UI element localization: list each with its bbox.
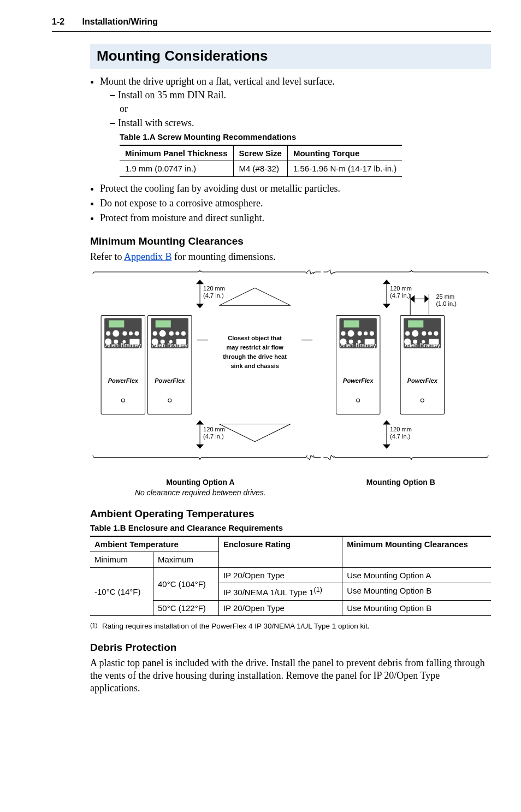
- t1a-h2: Screw Size: [233, 145, 287, 161]
- svg-text:Allen-Bradley: Allen-Bradley: [404, 342, 440, 348]
- subbullet-din: Install on 35 mm DIN Rail.: [110, 89, 491, 102]
- up-arrow-icon: [196, 420, 204, 424]
- svg-point-7: [122, 331, 127, 336]
- svg-text:Allen-Bradley: Allen-Bradley: [340, 342, 376, 348]
- dim-bot-in-a: (4.7 in.): [203, 433, 223, 440]
- left-arrow-icon: [410, 295, 415, 303]
- dim-side-in: (1.0 in.): [436, 300, 456, 307]
- chapter-name: Installation/Wiring: [82, 17, 158, 26]
- svg-point-45: [358, 331, 362, 336]
- bullet-2: Protect the cooling fan by avoiding dust…: [100, 182, 491, 195]
- dim-top-mm-b: 120 mm: [390, 285, 412, 292]
- t1a-r1c2: M4 (#8-32): [233, 161, 287, 177]
- svg-marker-1: [219, 288, 291, 305]
- svg-text:Allen-Bradley: Allen-Bradley: [152, 342, 188, 348]
- svg-point-23: [175, 331, 179, 335]
- table-1b-caption: Table 1.B Enclosure and Clearance Requir…: [90, 523, 491, 534]
- svg-point-5: [106, 331, 110, 336]
- mmc-heading: Minimum Mounting Clearances: [90, 235, 491, 248]
- option-a-label: Mounting Option A: [90, 477, 311, 487]
- dim-bot-mm-a: 120 mm: [203, 426, 225, 432]
- svg-point-44: [348, 330, 354, 337]
- table-1b-footnote: (1) Rating requires installation of the …: [90, 621, 491, 631]
- svg-rect-57: [408, 320, 423, 327]
- page-title: Mounting Considerations: [90, 44, 491, 69]
- appendix-b-link[interactable]: Appendix B: [124, 251, 172, 262]
- right-arrow-icon: [424, 295, 429, 303]
- subbullet-screws: Install with screws.: [110, 117, 491, 129]
- debris-text: A plastic top panel is included with the…: [90, 657, 491, 695]
- footnote-marker: (1): [90, 621, 102, 631]
- svg-point-62: [434, 331, 438, 336]
- footnote-text: Rating requires installation of the Powe…: [102, 621, 370, 631]
- t1a-r1c1: 1.9 mm (0.0747 in.): [120, 161, 233, 177]
- dim-side-mm: 25 mm: [436, 293, 454, 300]
- device-a2: Allen-Bradley PowerFlex: [148, 315, 192, 414]
- table-1a: Minimum Panel Thickness Screw Size Mount…: [120, 145, 402, 177]
- down-arrow-icon: [196, 444, 204, 449]
- svg-point-6: [113, 330, 119, 337]
- device-b2: Allen-Bradley PowerFlex: [400, 315, 444, 414]
- down-arrow-icon: [383, 444, 390, 449]
- up-arrow-icon: [196, 280, 204, 284]
- down-arrow-icon: [196, 304, 204, 308]
- svg-text:Allen-Bradley: Allen-Bradley: [105, 342, 141, 348]
- t1a-r1c3: 1.56-1.96 N-m (14-17 lb.-in.): [287, 161, 402, 177]
- aot-heading: Ambient Operating Temperatures: [90, 507, 491, 521]
- svg-marker-35: [219, 424, 291, 441]
- t1b-max1: 40°C (104°F): [153, 567, 218, 600]
- option-b-label: Mounting Option B: [311, 477, 491, 487]
- down-arrow-icon: [383, 304, 390, 308]
- note-l3: through the drive heat: [223, 353, 287, 360]
- svg-point-46: [364, 331, 368, 335]
- t1b-h-min: Minimum: [90, 552, 153, 568]
- note-l1: Closest object that: [228, 335, 282, 341]
- dim-top-mm-a: 120 mm: [203, 285, 225, 292]
- svg-point-43: [341, 331, 346, 336]
- table-1b: Ambient Temperature Enclosure Rating Min…: [90, 536, 491, 617]
- t1a-h1: Minimum Panel Thickness: [120, 145, 233, 161]
- t1a-h3: Mounting Torque: [287, 145, 402, 161]
- dim-top-in-a: (4.7 in.): [203, 292, 223, 299]
- page-header: 1-2 Installation/Wiring: [52, 16, 491, 32]
- up-arrow-icon: [383, 420, 390, 424]
- svg-point-59: [412, 330, 418, 337]
- table-1a-caption: Table 1.A Screw Mounting Recommendations: [120, 132, 491, 143]
- dim-bot-in-b: (4.7 in.): [390, 433, 410, 440]
- svg-point-21: [159, 330, 166, 337]
- dim-bot-mm-b: 120 mm: [390, 426, 412, 432]
- t1b-enc3: IP 20/Open Type: [218, 600, 342, 616]
- t1b-h-max: Maximum: [153, 552, 218, 568]
- t1b-clr3: Use Mounting Option B: [342, 600, 491, 616]
- t1b-clr2: Use Mounting Option B: [342, 583, 491, 601]
- svg-text:PowerFlex: PowerFlex: [407, 377, 438, 384]
- svg-point-24: [181, 331, 186, 336]
- t1b-max2: 50°C (122°F): [153, 600, 218, 616]
- svg-point-47: [370, 331, 374, 336]
- svg-text:PowerFlex: PowerFlex: [108, 377, 139, 384]
- section-number: 1-2: [52, 17, 64, 26]
- note-l2: may restrict air flow: [226, 344, 283, 351]
- mmc-text: Refer to Appendix B for mounting dimensi…: [90, 251, 491, 263]
- t1b-enc2: IP 30/NEMA 1/UL Type 1(1): [218, 583, 342, 601]
- up-arrow-icon: [383, 280, 390, 284]
- t1b-min: -10°C (14°F): [90, 567, 153, 616]
- svg-point-22: [169, 331, 174, 336]
- svg-rect-42: [344, 320, 359, 327]
- t1b-h-mm: Minimum Mounting Clearances: [342, 536, 491, 568]
- main-bullet-list: Mount the drive upright on a flat, verti…: [90, 75, 491, 225]
- note-l4: sink and chassis: [230, 363, 279, 369]
- bullet-3: Do not expose to a corrosive atmosphere.: [100, 197, 491, 210]
- debris-heading: Debris Protection: [90, 641, 491, 655]
- t1b-h-amb: Ambient Temperature: [90, 536, 218, 552]
- svg-point-58: [405, 331, 410, 336]
- t1b-h-enc: Enclosure Rating: [218, 536, 342, 568]
- device-a1: Allen-Bradley PowerFlex: [101, 315, 145, 414]
- bullet-1: Mount the drive upright on a flat, verti…: [100, 76, 335, 87]
- svg-rect-19: [156, 320, 171, 327]
- t1b-enc1: IP 20/Open Type: [218, 567, 342, 583]
- svg-point-61: [428, 331, 432, 335]
- option-a-sub: No clearance required between drives.: [90, 488, 311, 497]
- svg-rect-4: [109, 320, 124, 327]
- dim-top-in-b: (4.7 in.): [390, 292, 410, 299]
